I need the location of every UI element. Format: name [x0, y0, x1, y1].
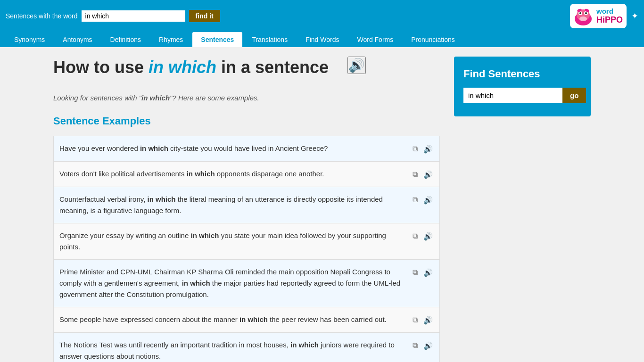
svg-point-4	[579, 12, 581, 14]
copy-button[interactable]: ⧉	[412, 340, 419, 351]
speaker-button[interactable]: 🔊	[422, 231, 434, 242]
copy-button[interactable]: ⧉	[412, 195, 419, 205]
sentence-icons: ⧉🔊	[412, 194, 434, 206]
logo-area: word HiPPO ✦	[570, 4, 638, 28]
search-label: Sentences with the word	[6, 12, 78, 20]
subtitle-keyword: in which	[141, 94, 170, 102]
nav-item-antonyms[interactable]: Antonyms	[54, 32, 100, 47]
table-row: Voters don't like political advertisemen…	[54, 162, 439, 187]
sentence-icons: ⧉🔊	[412, 339, 434, 351]
nav-item-pronunciations[interactable]: Pronunciations	[403, 32, 463, 47]
speaker-button[interactable]: 🔊	[422, 267, 434, 278]
find-sentences-input[interactable]	[463, 88, 562, 103]
subtitle-prefix: Looking for sentences with "	[53, 94, 141, 102]
nav-item-translations[interactable]: Translations	[243, 32, 296, 47]
copy-button[interactable]: ⧉	[412, 267, 419, 278]
table-row: Some people have expressed concern about…	[54, 307, 439, 333]
speaker-button[interactable]: 🔊	[422, 195, 434, 206]
sentence-keyword: in which	[147, 195, 175, 203]
sentence-after: city-state you would have lived in Ancie…	[168, 144, 328, 152]
table-row: Organize your essay by writing an outlin…	[54, 223, 439, 260]
star-icon: ✦	[631, 11, 638, 21]
sentence-icons: ⧉🔊	[412, 143, 434, 155]
title-suffix: in a sentence	[221, 58, 329, 77]
svg-point-5	[585, 12, 587, 14]
sentence-text: Prime Minister and CPN-UML Chairman KP S…	[59, 266, 406, 300]
sentences-list: Have you ever wondered in which city-sta…	[53, 136, 440, 362]
nav-item-definitions[interactable]: Definitions	[102, 32, 149, 47]
sentence-before: Counterfactual verbal irony,	[59, 195, 147, 203]
hippo-logo-icon	[572, 5, 594, 27]
sentence-icons: ⧉🔊	[412, 230, 434, 242]
subtitle-suffix: "? Here are some examples.	[170, 94, 259, 102]
section-title: Sentence Examples	[53, 115, 440, 127]
table-row: Counterfactual verbal irony, in which th…	[54, 187, 439, 223]
nav-bar: SynonymsAntonymsDefinitionsRhymesSentenc…	[0, 32, 644, 47]
copy-button[interactable]: ⧉	[412, 169, 419, 180]
sentence-icons: ⧉🔊	[412, 314, 434, 326]
sentence-text: Voters don't like political advertisemen…	[59, 168, 406, 180]
sentence-keyword: in which	[290, 341, 319, 349]
content-area: How to use in which in a sentence 🔊 Look…	[53, 57, 440, 362]
speaker-button-main[interactable]: 🔊	[347, 57, 366, 74]
page-title: How to use in which in a sentence	[53, 57, 329, 86]
sentence-before: The Notions Test was until recently an i…	[59, 341, 290, 349]
sentence-text: Have you ever wondered in which city-sta…	[59, 143, 406, 154]
sentence-text: Organize your essay by writing an outlin…	[59, 230, 406, 253]
search-input[interactable]	[82, 10, 185, 22]
sentence-before: Have you ever wondered	[59, 144, 140, 152]
table-row: Prime Minister and CPN-UML Chairman KP S…	[54, 260, 439, 307]
sentence-after: the peer review has been carried out.	[268, 315, 387, 323]
table-row: The Notions Test was until recently an i…	[54, 333, 439, 362]
title-highlight: in which	[149, 58, 216, 77]
sentence-before: Organize your essay by writing an outlin…	[59, 231, 190, 239]
title-row: How to use in which in a sentence 🔊	[53, 57, 440, 86]
subtitle: Looking for sentences with "in which"? H…	[53, 94, 440, 102]
copy-button[interactable]: ⧉	[412, 144, 419, 154]
nav-item-find-words[interactable]: Find Words	[297, 32, 347, 47]
sentence-keyword: in which	[187, 170, 215, 178]
fs-input-row: go	[463, 88, 581, 103]
top-bar: Sentences with the word find it word HiP…	[0, 0, 644, 32]
sentence-keyword: in which	[182, 279, 210, 287]
speaker-button[interactable]: 🔊	[422, 315, 434, 326]
top-bar-left: Sentences with the word find it	[6, 10, 220, 22]
copy-button[interactable]: ⧉	[412, 315, 419, 325]
sentence-after: opponents disparage one another.	[215, 170, 324, 178]
find-sentences-box: Find Sentences go	[454, 57, 591, 116]
svg-point-6	[579, 16, 587, 21]
nav-item-synonyms[interactable]: Synonyms	[6, 32, 53, 47]
sentence-keyword: in which	[239, 315, 268, 323]
sentence-before: Some people have expressed concern about…	[59, 315, 239, 323]
title-prefix: How to use	[53, 58, 144, 77]
sentence-text: Some people have expressed concern about…	[59, 314, 406, 325]
find-sentences-go-button[interactable]: go	[562, 88, 586, 103]
copy-button[interactable]: ⧉	[412, 231, 419, 241]
nav-item-rhymes[interactable]: Rhymes	[150, 32, 191, 47]
sentence-icons: ⧉🔊	[412, 168, 434, 180]
speaker-button[interactable]: 🔊	[422, 169, 434, 180]
sentence-text: The Notions Test was until recently an i…	[59, 339, 406, 362]
table-row: Have you ever wondered in which city-sta…	[54, 136, 439, 162]
sentence-before: Voters don't like political advertisemen…	[59, 170, 187, 178]
nav-item-sentences[interactable]: Sentences	[192, 32, 242, 47]
find-sentences-title: Find Sentences	[463, 68, 581, 80]
speaker-button[interactable]: 🔊	[422, 144, 434, 155]
speaker-button[interactable]: 🔊	[422, 340, 434, 351]
sentence-text: Counterfactual verbal irony, in which th…	[59, 194, 406, 216]
find-button[interactable]: find it	[189, 10, 220, 22]
nav-item-word-forms[interactable]: Word Forms	[348, 32, 402, 47]
logo: word HiPPO	[570, 4, 627, 28]
sidebar: Find Sentences go	[454, 57, 591, 362]
sentence-keyword: in which	[190, 231, 219, 239]
main-container: How to use in which in a sentence 🔊 Look…	[39, 47, 605, 362]
sentence-keyword: in which	[140, 144, 168, 152]
sentence-icons: ⧉🔊	[412, 266, 434, 278]
logo-text: word HiPPO	[596, 7, 623, 25]
